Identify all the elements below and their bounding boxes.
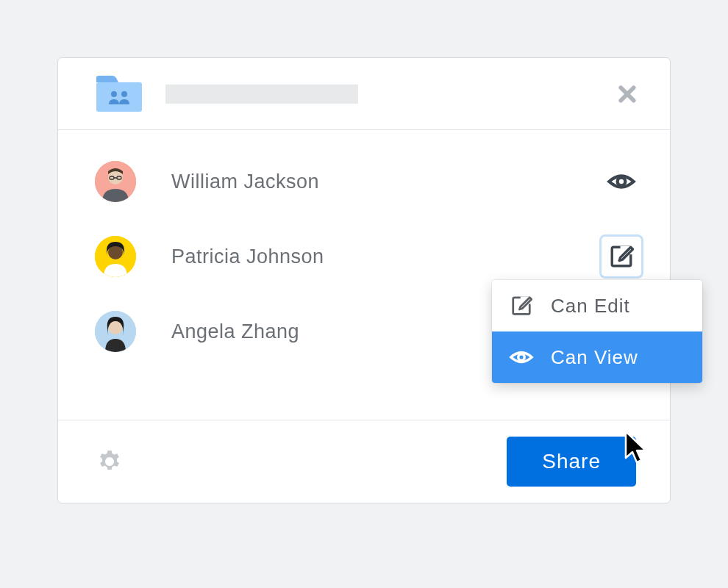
dropdown-item-can-view[interactable]: Can View [492, 331, 702, 383]
eye-icon [607, 167, 636, 196]
share-button[interactable]: Share [507, 437, 636, 487]
folder-title-placeholder [165, 85, 358, 104]
edit-icon [609, 244, 634, 269]
share-dialog: William Jackson Patricia Johnson [57, 57, 671, 503]
dialog-footer: Share [58, 420, 670, 503]
dropdown-item-can-edit[interactable]: Can Edit [492, 280, 702, 331]
user-name: Patricia Johnson [171, 245, 324, 268]
svg-point-17 [518, 354, 525, 361]
user-name: Angela Zhang [171, 320, 299, 343]
dialog-header [58, 58, 670, 130]
gear-icon [96, 448, 123, 475]
permissions-dropdown: Can Edit Can View [492, 280, 702, 383]
close-button[interactable] [613, 79, 642, 109]
svg-rect-0 [96, 82, 142, 112]
dropdown-item-label: Can View [551, 346, 638, 369]
settings-button[interactable] [95, 447, 124, 476]
permission-toggle-active[interactable] [599, 234, 643, 279]
edit-icon [510, 295, 532, 317]
avatar [95, 161, 136, 202]
avatar [95, 311, 136, 352]
dropdown-item-label: Can Edit [551, 295, 630, 318]
user-row: William Jackson [95, 155, 643, 208]
close-icon [616, 83, 638, 105]
dialog-body: William Jackson Patricia Johnson [58, 130, 670, 420]
avatar [95, 236, 136, 277]
user-name: William Jackson [171, 171, 319, 193]
user-row: Patricia Johnson [95, 230, 643, 283]
permission-toggle[interactable] [599, 159, 643, 204]
shared-folder-icon [95, 75, 143, 113]
eye-icon [509, 345, 534, 370]
svg-point-1 [111, 91, 117, 97]
svg-point-8 [618, 178, 626, 186]
svg-point-2 [121, 91, 127, 97]
